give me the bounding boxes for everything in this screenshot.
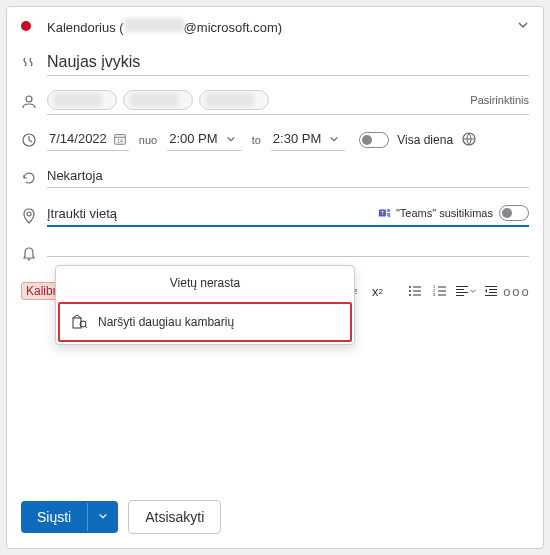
recurrence-value: Nekartoja xyxy=(47,168,103,183)
svg-rect-22 xyxy=(456,289,464,290)
svg-point-9 xyxy=(409,286,411,288)
chevron-down-icon xyxy=(517,19,529,33)
calendar-icon: 14 xyxy=(113,132,127,146)
datetime-field: 7/14/2022 14 nuo 2:00 PM to 2:30 PM Visa… xyxy=(47,129,529,151)
start-time-picker[interactable]: 2:00 PM xyxy=(167,129,241,151)
svg-point-0 xyxy=(26,96,32,102)
reminder-selector[interactable] xyxy=(47,252,529,257)
svg-rect-20 xyxy=(438,295,446,296)
dropdown-no-results: Vietų nerasta xyxy=(56,266,354,300)
calendar-dot-icon xyxy=(21,21,47,31)
people-icon xyxy=(21,94,47,110)
location-input[interactable]: Įtraukti vietą T "Teams" susitikimas xyxy=(47,205,529,227)
date-picker[interactable]: 7/14/2022 14 xyxy=(47,129,129,151)
recurrence-selector[interactable]: Nekartoja xyxy=(47,168,529,188)
svg-rect-28 xyxy=(485,295,497,296)
event-editor: Kalendorius (@microsoft.com) Naujas įvyk… xyxy=(6,6,544,549)
indent-button[interactable] xyxy=(479,279,503,303)
svg-point-8 xyxy=(387,209,391,213)
redacted-name xyxy=(124,18,184,32)
datetime-row: 7/14/2022 14 nuo 2:00 PM to 2:30 PM Visa… xyxy=(7,121,543,159)
svg-rect-23 xyxy=(456,292,468,293)
svg-rect-21 xyxy=(456,286,468,287)
send-label: Siųsti xyxy=(21,501,87,533)
chevron-down-icon xyxy=(329,134,339,144)
svg-text:3: 3 xyxy=(433,292,436,297)
numbered-list-button[interactable]: 123 xyxy=(428,279,452,303)
svg-rect-26 xyxy=(489,289,497,290)
repeat-icon xyxy=(21,170,47,186)
svg-rect-18 xyxy=(438,291,446,292)
end-time-value: 2:30 PM xyxy=(273,131,321,146)
title-value: Naujas įvykis xyxy=(47,53,140,71)
room-search-icon xyxy=(72,314,88,330)
svg-rect-24 xyxy=(456,295,464,296)
svg-point-13 xyxy=(409,294,411,296)
bell-icon xyxy=(21,246,47,262)
footer: Siųsti Atsisakyti xyxy=(7,486,543,548)
attendee-pill[interactable] xyxy=(123,90,193,110)
allday-toggle[interactable] xyxy=(359,132,389,148)
optional-button[interactable]: Pasirinktinis xyxy=(470,94,529,106)
calendar-row: Kalendorius (@microsoft.com) xyxy=(7,7,543,45)
calendar-suffix: @microsoft.com) xyxy=(184,20,282,35)
browse-more-rooms-button[interactable]: Naršyti daugiau kambarių xyxy=(58,302,352,342)
svg-point-5 xyxy=(27,212,31,216)
align-button[interactable] xyxy=(454,279,478,303)
location-row: Įtraukti vietą T "Teams" susitikimas xyxy=(7,197,543,235)
bullet-list-button[interactable] xyxy=(403,279,427,303)
teams-label: "Teams" susitikimas xyxy=(396,207,493,219)
title-input[interactable]: Naujas įvykis xyxy=(47,53,529,76)
more-formatting-button[interactable]: ooo xyxy=(505,279,529,303)
browse-more-label: Naršyti daugiau kambarių xyxy=(98,315,234,329)
teams-meeting: T "Teams" susitikimas xyxy=(378,206,493,220)
subscript-button[interactable]: x2 xyxy=(366,279,390,303)
svg-point-11 xyxy=(409,290,411,292)
attendees-row: Pasirinktinis xyxy=(7,83,543,121)
svg-rect-25 xyxy=(485,286,497,287)
attendee-pill[interactable] xyxy=(199,90,269,110)
svg-text:14: 14 xyxy=(117,137,123,143)
discard-button[interactable]: Atsisakyti xyxy=(128,500,221,534)
location-placeholder: Įtraukti vietą xyxy=(47,206,117,221)
svg-rect-16 xyxy=(438,287,446,288)
to-label: to xyxy=(246,134,267,146)
location-dropdown: Vietų nerasta Naršyti daugiau kambarių xyxy=(55,265,355,345)
send-dropdown-icon[interactable] xyxy=(87,503,118,531)
calendar-selector[interactable]: Kalendorius (@microsoft.com) xyxy=(47,18,529,35)
svg-rect-12 xyxy=(413,291,421,292)
title-icon xyxy=(21,56,47,72)
start-time-value: 2:00 PM xyxy=(169,131,217,146)
send-button[interactable]: Siųsti xyxy=(21,501,118,533)
clock-icon xyxy=(21,132,47,148)
globe-icon[interactable] xyxy=(461,131,477,150)
attendee-pill[interactable] xyxy=(47,90,117,110)
teams-toggle[interactable] xyxy=(499,205,529,221)
title-row: Naujas įvykis xyxy=(7,45,543,83)
svg-rect-14 xyxy=(413,295,421,296)
location-icon xyxy=(21,208,47,224)
end-time-picker[interactable]: 2:30 PM xyxy=(271,129,345,151)
attendees-input[interactable]: Pasirinktinis xyxy=(47,90,529,115)
allday-label: Visa diena xyxy=(397,133,453,147)
date-value: 7/14/2022 xyxy=(49,131,107,146)
chevron-down-icon xyxy=(226,134,236,144)
from-label: nuo xyxy=(133,134,163,146)
svg-rect-10 xyxy=(413,287,421,288)
svg-text:T: T xyxy=(380,209,384,216)
teams-icon: T xyxy=(378,206,392,220)
svg-rect-27 xyxy=(489,292,497,293)
recurrence-row: Nekartoja xyxy=(7,159,543,197)
calendar-prefix: Kalendorius ( xyxy=(47,20,124,35)
